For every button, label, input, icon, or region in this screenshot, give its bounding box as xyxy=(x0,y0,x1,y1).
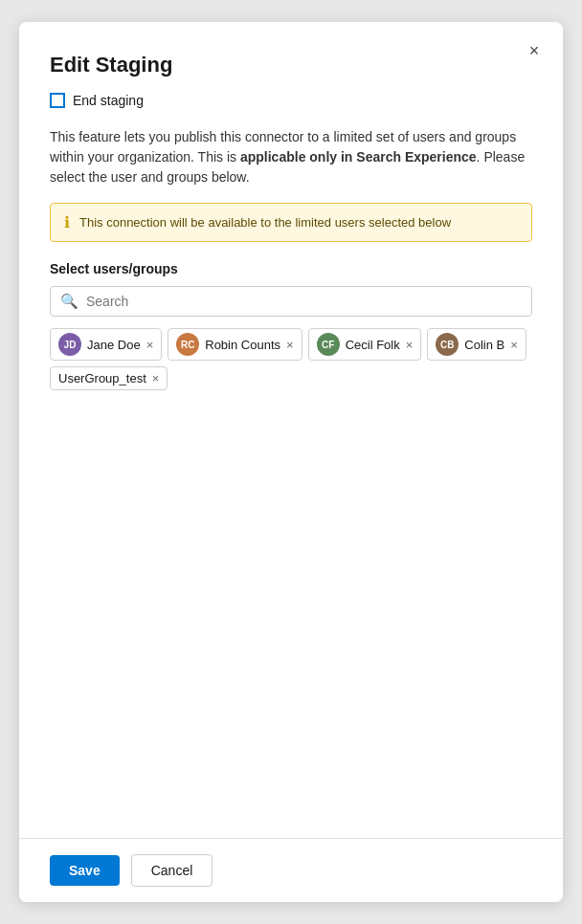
tag-name-robin-counts: Robin Counts xyxy=(205,338,280,352)
save-button[interactable]: Save xyxy=(50,855,120,886)
end-staging-checkbox[interactable] xyxy=(50,93,65,108)
tag-name-colin-b: Colin B xyxy=(464,338,504,352)
info-banner: ℹ This connection will be available to t… xyxy=(50,203,532,242)
avatar-colin-b: CB xyxy=(436,333,459,356)
select-section-label: Select users/groups xyxy=(50,261,532,276)
remove-colin-b-button[interactable]: × xyxy=(510,339,518,351)
remove-jane-doe-button[interactable]: × xyxy=(146,339,154,351)
tag-name-cecil-folk: Cecil Folk xyxy=(346,338,400,352)
close-button[interactable]: × xyxy=(521,37,548,64)
tag-cecil-folk: CF Cecil Folk × xyxy=(308,328,422,361)
avatar-jane-doe: JD xyxy=(58,333,81,356)
edit-staging-modal: × Edit Staging End staging This feature … xyxy=(19,22,563,902)
modal-title: Edit Staging xyxy=(50,53,532,77)
remove-cecil-folk-button[interactable]: × xyxy=(406,339,414,351)
end-staging-label: End staging xyxy=(73,93,144,108)
tag-robin-counts: RC Robin Counts × xyxy=(168,328,302,361)
info-banner-text: This connection will be available to the… xyxy=(79,215,451,230)
end-staging-row: End staging xyxy=(50,93,532,108)
cancel-button[interactable]: Cancel xyxy=(131,854,213,887)
tag-usergroup-test: UserGroup_test × xyxy=(50,366,168,390)
feature-description: This feature lets you publish this conne… xyxy=(50,127,532,187)
info-icon: ℹ xyxy=(64,213,70,231)
remove-usergroup-test-button[interactable]: × xyxy=(152,372,160,385)
tag-colin-b: CB Colin B × xyxy=(427,328,526,361)
search-box[interactable]: 🔍 xyxy=(50,286,532,317)
search-icon: 🔍 xyxy=(60,293,78,310)
tag-name-usergroup-test: UserGroup_test xyxy=(58,371,146,385)
tag-name-jane-doe: Jane Doe xyxy=(87,338,141,352)
avatar-cecil-folk: CF xyxy=(317,333,340,356)
search-input[interactable] xyxy=(86,294,522,309)
avatar-robin-counts: RC xyxy=(176,333,199,356)
tag-jane-doe: JD Jane Doe × xyxy=(50,328,162,361)
modal-footer: Save Cancel xyxy=(19,838,563,902)
tags-container: JD Jane Doe × RC Robin Counts × CF Cecil… xyxy=(50,328,532,390)
remove-robin-counts-button[interactable]: × xyxy=(286,339,294,351)
